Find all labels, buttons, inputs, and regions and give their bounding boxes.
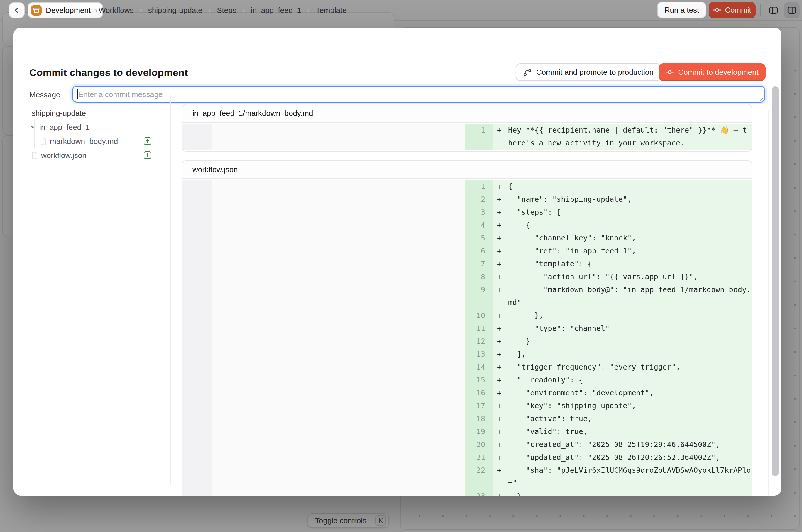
diff-line-number: 23 [465,490,493,496]
diff-add-marker: + [497,412,505,425]
diff-old-side [212,451,465,464]
breadcrumb-item[interactable]: Template [316,6,347,15]
diff-row: 14+ "trigger_frequency": "every_trigger"… [183,361,751,374]
breadcrumb-item[interactable]: Steps [217,6,237,15]
chevron-down-icon [31,125,36,130]
commit-and-promote-button[interactable]: Commit and promote to production [516,63,661,81]
diff-code-text: "created_at": "2025-08-25T19:29:46.64450… [508,438,751,451]
diff-code-text: "steps": [ [508,206,751,219]
diff-added-line: + "type": "channel" [493,322,751,335]
workflow-json-label: workflow.json [41,151,87,160]
diff-add-marker: + [497,232,505,245]
diff-add-marker: + [497,245,505,258]
step-folder-label: in_app_feed_1 [39,123,90,132]
diff-row: 16+ "environment": "development", [183,386,751,399]
diff-old-side [212,180,465,193]
diff-line-number: 5 [465,232,493,245]
diff-line-number: 1 [465,180,493,193]
breadcrumb: Workflows›shipping-update›Steps›in_app_f… [98,0,347,21]
breadcrumb-item[interactable]: in_app_feed_1 [251,6,301,15]
back-button[interactable] [9,2,25,18]
diff-row: 18+ "active": true, [183,412,751,425]
diff-old-gutter [183,283,212,309]
diff-code-text: "updated_at": "2025-08-26T20:26:52.36400… [508,451,751,464]
diff-row: 13+ ], [183,348,751,361]
tree-item-workflow-json[interactable]: workflow.json + [14,148,170,163]
diff-added-line: + "key": "shipping-update", [493,399,751,412]
diff-add-marker: + [497,348,505,361]
diff-add-marker: + [497,270,505,283]
diff-old-gutter [183,309,212,322]
diff-panel: in_app_feed_1/markdown_body.md1+Hey **{{… [182,104,752,152]
diff-added-line: + "environment": "development", [493,386,751,399]
diff-old-gutter [183,386,212,399]
diff-old-side [212,309,465,322]
diff-old-gutter [183,490,212,496]
diff-add-marker: + [497,322,505,335]
commit-button[interactable]: Commit [709,2,756,18]
diff-line-number: 22 [465,464,493,490]
diff-code-text: "type": "channel" [508,322,751,335]
text-caret [77,90,78,99]
workflow-name-label: shipping-update [32,109,86,118]
diff-added-line: + ], [493,348,751,361]
dialog-title: Commit changes to development [29,67,188,78]
diff-code-text: "template": { [508,258,751,270]
diff-line-number: 2 [465,193,493,206]
diff-line-number: 18 [465,412,493,425]
run-a-test-label: Run a test [665,5,699,15]
commit-message-input[interactable] [72,86,765,103]
diff-code-text: }, [508,309,751,322]
diff-code-text: "action_url": "{{ vars.app_url }}", [508,270,751,283]
added-status-badge: + [144,137,151,145]
diff-row: 22+ "sha": "pJeLVir6xIlUCMGqs9qroZoUAVDS… [183,464,751,490]
tree-item-step-folder[interactable]: in_app_feed_1 [14,120,170,134]
commit-to-development-button[interactable]: Commit to development [658,63,766,81]
diff-code-text: "active": true, [508,412,751,425]
breadcrumb-item[interactable]: shipping-update [148,6,202,15]
breadcrumb-separator-icon: › [307,6,310,14]
diff-code-text: { [508,219,751,232]
breadcrumb-item[interactable]: Workflows [98,6,133,15]
diff-line-number: 14 [465,361,493,374]
markdown-file-label: markdown_body.md [50,137,118,146]
diff-code-text: "name": "shipping-update", [508,193,751,206]
diff-old-gutter [183,374,212,386]
run-a-test-button[interactable]: Run a test [657,2,706,18]
diff-old-side [212,361,465,374]
scrollbar-thumb[interactable] [772,86,779,476]
diff-old-side [212,490,465,496]
diff-line-number: 4 [465,219,493,232]
diff-old-side [212,206,465,219]
diff-added-line: + "channel_key": "knock", [493,232,751,245]
diff-old-side [212,232,465,245]
diff-line-number: 15 [465,374,493,386]
diff-row: 1+{ [183,180,751,193]
diff-code-text: "markdown_body@": "in_app_feed_1/markdow… [508,283,751,309]
diff-line-number: 13 [465,348,493,361]
added-status-badge: + [144,151,151,159]
message-label: Message [29,90,60,99]
diff-code-text: "trigger_frequency": "every_trigger", [508,361,751,374]
diff-add-marker: + [497,464,505,490]
diff-file-header: in_app_feed_1/markdown_body.md [183,104,751,122]
diff-added-line: +{ [493,180,751,193]
tree-item-workflow-root: shipping-update [14,106,170,120]
diff-add-marker: + [497,361,505,374]
diff-old-gutter [183,425,212,438]
diff-added-line: + "name": "shipping-update", [493,193,751,206]
tree-item-markdown-file[interactable]: markdown_body.md + [14,134,170,148]
diff-code-text: "channel_key": "knock", [508,232,751,245]
diff-code-text: "environment": "development", [508,386,751,399]
diff-old-gutter [183,464,212,490]
diff-added-line: + "active": true, [493,412,751,425]
diff-added-line: + "markdown_body@": "in_app_feed_1/markd… [493,283,751,309]
diff-line-number: 6 [465,245,493,258]
diff-old-side [212,464,465,490]
file-icon [40,137,46,145]
commit-and-promote-label: Commit and promote to production [536,68,654,77]
commit-icon [666,68,674,76]
diff-code-text: "key": "shipping-update", [508,399,751,412]
environment-selector[interactable]: Development › [27,2,103,18]
environment-icon [31,5,42,16]
